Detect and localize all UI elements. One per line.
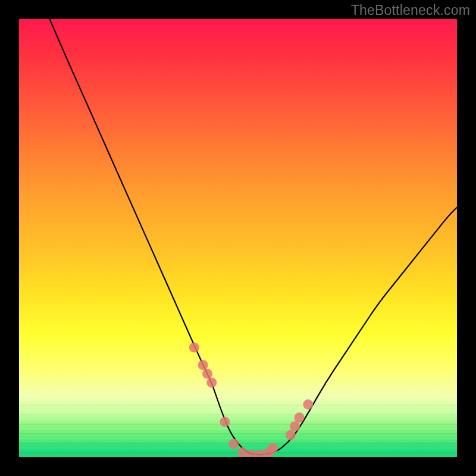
marker-group (189, 343, 313, 458)
marker-point (206, 377, 217, 387)
marker-point (286, 430, 296, 440)
marker-point (303, 399, 313, 409)
plot-area (19, 19, 457, 457)
marker-point (246, 450, 256, 457)
marker-point (268, 443, 278, 453)
chart-svg (19, 19, 457, 457)
curve-group (50, 19, 458, 455)
marker-point (189, 343, 199, 353)
marker-point (255, 450, 265, 457)
marker-point (220, 417, 230, 427)
marker-point (198, 360, 208, 370)
watermark-text: TheBottleneck.com (351, 2, 470, 18)
marker-point (202, 369, 212, 379)
chart-frame: TheBottleneck.com (0, 0, 476, 476)
bottleneck-curve (50, 19, 458, 455)
marker-point (237, 447, 248, 457)
marker-point (290, 421, 300, 431)
marker-point (295, 412, 305, 422)
marker-point (228, 439, 239, 449)
